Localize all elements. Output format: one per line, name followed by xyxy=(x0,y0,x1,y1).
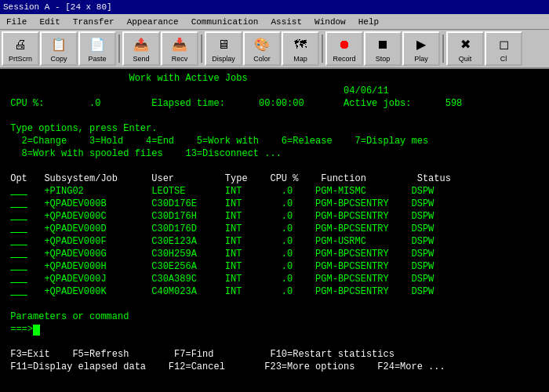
recv-button[interactable]: 📥 Recv xyxy=(161,31,198,66)
cl-icon: ◻ xyxy=(494,35,513,54)
display-button[interactable]: 🖥 Display xyxy=(205,31,242,66)
stop-icon: ⏹ xyxy=(373,35,392,54)
term-col-header: Opt Subsystem/Job User Type CPU % Functi… xyxy=(5,172,544,185)
recv-icon: 📥 xyxy=(170,35,189,54)
title-bar: Session A - [24 x 80] xyxy=(0,0,549,14)
paste-icon: 📄 xyxy=(88,35,107,54)
separator-1 xyxy=(118,34,120,63)
map-button[interactable]: 🗺 Map xyxy=(282,31,319,66)
send-icon: 📤 xyxy=(132,35,151,54)
term-row-0: +PING02 LEOTSE INT .0 PGM-MISMC DSPW xyxy=(5,185,544,198)
menu-help[interactable]: Help xyxy=(355,16,382,28)
stop-button[interactable]: ⏹ Stop xyxy=(364,31,402,66)
term-options1: 2=Change 3=Hold 4=End 5=Work with 6=Rele… xyxy=(5,135,544,147)
map-icon: 🗺 xyxy=(291,35,310,54)
term-cpu: CPU %: .0 Elapsed time: 00:00:00 Active … xyxy=(5,97,544,110)
menu-file[interactable]: File xyxy=(3,16,30,28)
term-date: 04/06/11 xyxy=(5,85,544,97)
quit-button[interactable]: ✖ Quit xyxy=(446,31,484,66)
term-options-header: Type options, press Enter. xyxy=(5,122,544,135)
record-button[interactable]: ⏺ Record xyxy=(325,31,363,66)
menu-communication[interactable]: Communication xyxy=(188,16,262,28)
copy-icon: 📋 xyxy=(49,35,68,54)
quit-icon: ✖ xyxy=(456,35,474,54)
term-options2: 8=Work with spooled files 13=Disconnect … xyxy=(5,147,544,160)
term-row-7: +QPADEV000J C30A389C INT .0 PGM-BPCSENTR… xyxy=(5,273,544,285)
prtscn-icon: 🖨 xyxy=(11,35,30,54)
term-prompt[interactable]: ===> xyxy=(5,323,544,336)
menu-appearance[interactable]: Appearance xyxy=(124,16,182,28)
separator-4 xyxy=(442,34,444,63)
term-fkey1: F3=Exit F5=Refresh F7=Find F10=Restart s… xyxy=(5,348,544,361)
separator-3 xyxy=(322,34,323,63)
send-button[interactable]: 📤 Send xyxy=(122,31,160,66)
color-button[interactable]: 🎨 Color xyxy=(243,31,281,66)
term-blank4 xyxy=(5,336,544,348)
term-row-6: +QPADEV000H C30E256A INT .0 PGM-BPCSENTR… xyxy=(5,260,544,273)
term-fkey2: F11=Display elapsed data F12=Cancel F23=… xyxy=(5,361,544,373)
terminal[interactable]: Work with Active Jobs 04/06/11 CPU %: .0… xyxy=(0,69,549,392)
paste-button[interactable]: 📄 Paste xyxy=(78,31,116,66)
term-row-4: +QPADEV000F C30E123A INT .0 PGM-USRMC DS… xyxy=(5,235,544,248)
menu-bar: File Edit Transfer Appearance Communicat… xyxy=(0,14,549,30)
menu-edit[interactable]: Edit xyxy=(36,16,63,28)
play-button[interactable]: ▶ Play xyxy=(402,31,440,66)
term-blank3 xyxy=(5,298,544,310)
term-blank1 xyxy=(5,110,544,122)
color-icon: 🎨 xyxy=(253,35,271,54)
menu-transfer[interactable]: Transfer xyxy=(70,16,118,28)
toolbar: 🖨 PrtScrn 📋 Copy 📄 Paste 📤 Send 📥 Recv 🖥… xyxy=(0,30,549,69)
term-blank2 xyxy=(5,160,544,172)
menu-assist[interactable]: Assist xyxy=(267,16,305,28)
title-bar-text: Session A - [24 x 80] xyxy=(3,2,112,12)
copy-button[interactable]: 📋 Copy xyxy=(40,31,78,66)
term-row-8: +QPADEV000K C40M023A INT .0 PGM-BPCSENTR… xyxy=(5,285,544,298)
menu-window[interactable]: Window xyxy=(311,16,349,28)
term-row-5: +QPADEV000G C30H259A INT .0 PGM-BPCSENTR… xyxy=(5,248,544,260)
cl-button[interactable]: ◻ Cl xyxy=(485,31,522,66)
record-icon: ⏺ xyxy=(335,35,354,54)
separator-2 xyxy=(201,34,202,63)
display-icon: 🖥 xyxy=(214,35,233,54)
term-title: Work with Active Jobs xyxy=(5,72,544,85)
prtscn-button[interactable]: 🖨 PrtScrn xyxy=(2,31,39,66)
play-icon: ▶ xyxy=(412,35,431,54)
term-row-3: +QPADEV000D C30D176D INT .0 PGM-BPCSENTR… xyxy=(5,223,544,235)
term-params: Parameters or command xyxy=(5,310,544,323)
term-row-1: +QPADEV000B C30D176E INT .0 PGM-BPCSENTR… xyxy=(5,198,544,210)
term-row-2: +QPADEV000C C30D176H INT .0 PGM-BPCSENTR… xyxy=(5,210,544,223)
